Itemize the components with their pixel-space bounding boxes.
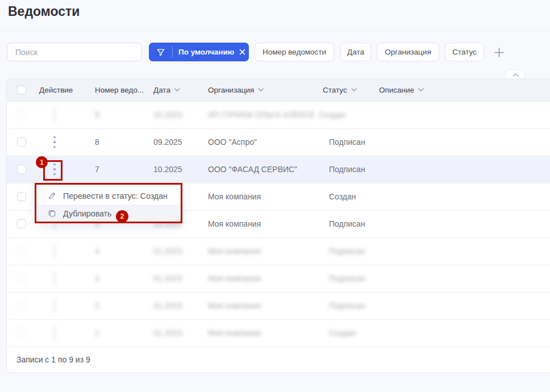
- cell-number: 4: [89, 247, 147, 256]
- column-header: Действие: [33, 86, 89, 94]
- table-row: 910.2023ИП ГУРИНА ОЛЬГА АЛЕКСЕСоздан: [7, 102, 550, 129]
- column-header-label: Статус: [323, 86, 347, 94]
- filter-chip[interactable]: Дата: [340, 43, 371, 61]
- cell-status: Создан: [316, 192, 373, 201]
- header-divider: [0, 30, 550, 31]
- cell-status: Подписан: [316, 247, 373, 256]
- row-checkbox[interactable]: [17, 137, 26, 147]
- table-row: 809.2025ООО "Аспро"Подписан: [7, 129, 550, 156]
- column-header-label: Описание: [379, 86, 414, 94]
- cell-date: 01.2023: [147, 247, 202, 256]
- column-header[interactable]: Статус: [316, 86, 373, 94]
- annotation-step-1-badge: 1: [36, 156, 48, 168]
- cell-organization: ООО "Аспро": [202, 137, 316, 147]
- context-menu-item-label: Перевести в статус: Создан: [63, 191, 168, 201]
- cell-organization: Моя компания: [202, 192, 316, 201]
- chevron-down-icon: [351, 88, 357, 91]
- filter-chip[interactable]: Номер ведомости: [255, 43, 334, 61]
- column-header[interactable]: Дата: [147, 86, 202, 94]
- filter-button-label: По умолчанию: [178, 48, 234, 56]
- cell-date: 09.2025: [147, 137, 202, 147]
- filter-chip[interactable]: Статус: [445, 43, 484, 61]
- cell-number: 2: [89, 301, 147, 310]
- cell-organization: Моя компания: [202, 328, 316, 337]
- cell-organization: Моя компания: [202, 247, 316, 256]
- cell-organization: Моя компания: [202, 219, 316, 228]
- cell-date: 01.2023: [147, 301, 202, 310]
- row-checkbox[interactable]: [17, 110, 26, 119]
- cell-organization: Моя компания: [202, 274, 316, 283]
- row-checkbox[interactable]: [17, 247, 26, 256]
- records-count-label: Записи с 1 по 9 из 9: [16, 355, 90, 364]
- search-input[interactable]: [7, 43, 142, 61]
- data-table: ДействиеНомер ведо...ДатаОрганизацияСтат…: [6, 78, 550, 373]
- column-header-label: Организация: [208, 86, 254, 94]
- page-title: Ведомости: [8, 4, 80, 19]
- filter-clear-icon[interactable]: [239, 49, 245, 55]
- table-row: 401.2023Моя компанияПодписан: [7, 238, 550, 265]
- row-actions-menu-icon[interactable]: [50, 272, 59, 285]
- chevron-up-icon: [512, 73, 519, 77]
- select-all-checkbox[interactable]: [17, 85, 26, 94]
- table-row: 101.2023Моя компанияСоздан: [7, 320, 550, 347]
- row-checkbox[interactable]: [17, 274, 26, 283]
- cell-number: 9: [89, 110, 147, 119]
- chevron-down-icon: [174, 88, 180, 91]
- table-row: 710.2025ООО "ФАСАД СЕРВИС"Подписан: [7, 156, 550, 184]
- row-actions-menu-icon[interactable]: [50, 244, 59, 258]
- annotation-step-2-badge: 2: [116, 210, 128, 223]
- filter-button-separator: [172, 46, 173, 58]
- cell-status: Подписан: [316, 137, 373, 147]
- column-header: Номер ведо...: [89, 86, 147, 94]
- add-filter-button[interactable]: [492, 45, 506, 59]
- column-header[interactable]: Описание: [373, 86, 550, 94]
- filter-button[interactable]: По умолчанию: [149, 43, 249, 61]
- copy-icon: [48, 209, 56, 218]
- column-header-label: Действие: [39, 86, 73, 94]
- table-header-row: ДействиеНомер ведо...ДатаОрганизацияСтат…: [7, 79, 550, 102]
- context-menu-item[interactable]: Перевести в статус: Создан: [36, 187, 180, 205]
- cell-status: Создан: [316, 110, 373, 119]
- row-checkbox[interactable]: [17, 328, 26, 337]
- table-row: 301.2023Моя компанияПодписан: [7, 265, 550, 293]
- cell-date: 10.2025: [147, 165, 202, 174]
- chevron-down-icon: [258, 88, 264, 91]
- cell-date: 01.2023: [147, 274, 202, 283]
- cell-number: 7: [89, 165, 147, 174]
- table-row: 201.2023Моя компанияПодписан: [7, 293, 550, 320]
- pencil-icon: [48, 191, 56, 200]
- cell-status: Создан: [316, 328, 373, 337]
- cell-status: Подписан: [316, 274, 373, 283]
- cell-status: Подписан: [316, 301, 373, 310]
- filter-chip[interactable]: Организация: [377, 43, 439, 61]
- context-menu: Перевести в статус: СозданДублировать: [36, 185, 180, 223]
- cell-date: 10.2023: [147, 110, 202, 119]
- row-checkbox[interactable]: [17, 219, 26, 228]
- row-actions-menu-icon[interactable]: [50, 135, 59, 149]
- row-checkbox[interactable]: [17, 192, 26, 201]
- row-actions-menu-icon[interactable]: [50, 299, 59, 312]
- cell-date: 01.2023: [147, 328, 202, 337]
- cell-status: Подписан: [316, 165, 373, 174]
- row-checkbox[interactable]: [17, 301, 26, 310]
- cell-number: 1: [89, 328, 147, 337]
- row-actions-menu-icon[interactable]: [50, 326, 59, 340]
- funnel-icon: [149, 48, 172, 57]
- cell-number: 8: [89, 137, 147, 147]
- cell-organization: ИП ГУРИНА ОЛЬГА АЛЕКСЕ: [202, 110, 316, 119]
- chevron-down-icon: [418, 88, 424, 91]
- row-checkbox[interactable]: [17, 165, 26, 174]
- cell-organization: Моя компания: [202, 301, 316, 310]
- cell-organization: ООО "ФАСАД СЕРВИС": [202, 165, 316, 174]
- column-header-label: Дата: [153, 86, 170, 94]
- column-header[interactable]: Организация: [202, 86, 316, 94]
- context-menu-item-label: Дублировать: [63, 209, 112, 218]
- context-menu-item[interactable]: Дублировать: [36, 205, 180, 222]
- cell-status: Подписан: [316, 219, 373, 228]
- table-footer: Записи с 1 по 9 из 9: [7, 347, 550, 373]
- plus-icon: [494, 47, 505, 58]
- row-actions-menu-icon[interactable]: [50, 162, 59, 176]
- column-header-label: Номер ведо...: [95, 86, 144, 94]
- cell-number: 3: [89, 274, 147, 283]
- row-actions-menu-icon[interactable]: [50, 108, 59, 122]
